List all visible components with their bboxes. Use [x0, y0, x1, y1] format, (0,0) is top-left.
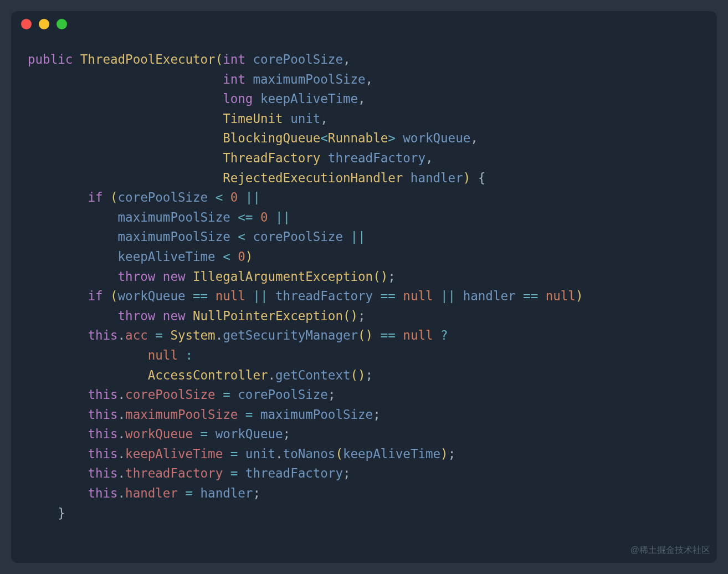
code-token: ): [440, 447, 448, 461]
code-token: ,: [470, 131, 478, 145]
code-token: getContext: [275, 368, 350, 382]
code-token: [28, 190, 88, 204]
code-token: [28, 229, 118, 244]
code-token: ;: [448, 447, 456, 461]
maximize-icon[interactable]: [57, 19, 67, 29]
code-token: long: [223, 91, 253, 106]
code-token: }: [58, 506, 65, 520]
code-token: RejectedExecutionHandler: [223, 171, 403, 185]
code-token: workQueue: [118, 289, 193, 303]
code-token: threadFactory: [125, 466, 223, 480]
code-token: null: [546, 289, 576, 303]
code-token: keepAliveTime: [125, 447, 223, 461]
code-token: int: [223, 52, 245, 66]
code-token: BlockingQueue: [223, 131, 320, 145]
code-token: (: [110, 190, 118, 204]
code-token: this: [88, 486, 117, 500]
code-line: maximumPoolSize <= 0 ||: [28, 208, 700, 228]
code-line: this.corePoolSize = corePoolSize;: [28, 385, 700, 405]
code-token: .: [118, 486, 126, 500]
code-token: [28, 486, 88, 500]
code-token: .: [216, 328, 223, 342]
code-token: ||: [440, 289, 455, 303]
code-token: maximumPoolSize: [253, 72, 365, 86]
code-token: [155, 309, 163, 323]
code-token: [28, 447, 88, 461]
code-token: ==: [523, 289, 538, 303]
code-token: ==: [381, 289, 396, 303]
code-token: [223, 447, 230, 461]
code-token: [216, 387, 223, 402]
code-token: ,: [320, 111, 328, 126]
code-token: this: [88, 387, 117, 402]
code-line: TimeUnit unit,: [28, 109, 700, 129]
code-token: =: [185, 486, 193, 500]
code-token: [253, 210, 260, 224]
code-line: this.maximumPoolSize = maximumPoolSize;: [28, 405, 700, 425]
code-token: handler: [411, 171, 463, 185]
code-token: [178, 348, 186, 362]
watermark-text: @稀土掘金技术社区: [630, 545, 710, 556]
code-token: [268, 210, 276, 224]
minimize-icon[interactable]: [39, 19, 49, 29]
code-token: 0: [260, 210, 268, 224]
code-token: null: [403, 289, 433, 303]
code-token: ;: [358, 309, 366, 323]
code-token: handler: [455, 289, 523, 303]
code-token: [433, 289, 441, 303]
code-token: IllegalArgumentException: [193, 269, 373, 284]
code-line: null :: [28, 346, 700, 366]
close-icon[interactable]: [21, 19, 32, 29]
code-token: (: [335, 447, 343, 461]
code-token: .: [118, 447, 126, 461]
code-line: public ThreadPoolExecutor(int corePoolSi…: [28, 50, 700, 70]
code-token: ): [463, 171, 471, 185]
code-token: >: [388, 131, 396, 145]
code-token: =: [230, 466, 238, 480]
code-token: .: [118, 407, 126, 422]
code-token: [155, 269, 163, 284]
code-token: [538, 289, 546, 303]
code-line: throw new IllegalArgumentException();: [28, 267, 700, 287]
code-line: int maximumPoolSize,: [28, 70, 700, 90]
code-token: [28, 506, 58, 520]
code-token: [102, 190, 110, 204]
code-line: BlockingQueue<Runnable> workQueue,: [28, 129, 700, 148]
code-token: [245, 52, 253, 66]
code-token: [283, 111, 291, 126]
code-token: .: [118, 328, 126, 342]
code-token: this: [88, 328, 117, 342]
code-line: }: [28, 504, 700, 524]
code-token: maximumPoolSize: [118, 210, 238, 224]
code-token: .: [275, 447, 283, 461]
code-token: null: [403, 328, 433, 342]
code-token: handler: [193, 486, 253, 500]
code-token: =: [201, 427, 208, 441]
code-token: System: [170, 328, 215, 342]
code-token: throw: [118, 309, 156, 323]
code-token: keepAliveTime: [260, 91, 358, 106]
code-token: ==: [193, 289, 208, 303]
code-token: [28, 466, 88, 480]
code-token: ||: [351, 229, 366, 244]
code-token: ||: [245, 190, 260, 204]
code-line: if (corePoolSize < 0 ||: [28, 188, 700, 208]
code-token: acc: [125, 328, 148, 342]
code-block: public ThreadPoolExecutor(int corePoolSi…: [11, 37, 717, 563]
code-token: [208, 289, 216, 303]
code-token: (): [358, 328, 373, 342]
code-token: TimeUnit: [223, 111, 283, 126]
code-token: <: [238, 229, 245, 244]
code-token: corePoolSize: [125, 387, 216, 402]
code-token: new: [163, 269, 186, 284]
code-line: this.keepAliveTime = unit.toNanos(keepAl…: [28, 444, 700, 464]
code-token: [230, 249, 238, 264]
code-token: [28, 210, 118, 224]
code-token: ==: [381, 328, 396, 342]
code-token: [470, 171, 478, 185]
code-token: <=: [238, 210, 253, 224]
code-token: [238, 190, 245, 204]
code-token: ThreadFactory: [223, 151, 320, 165]
code-token: [396, 131, 403, 145]
code-token: threadFactory: [328, 151, 425, 165]
